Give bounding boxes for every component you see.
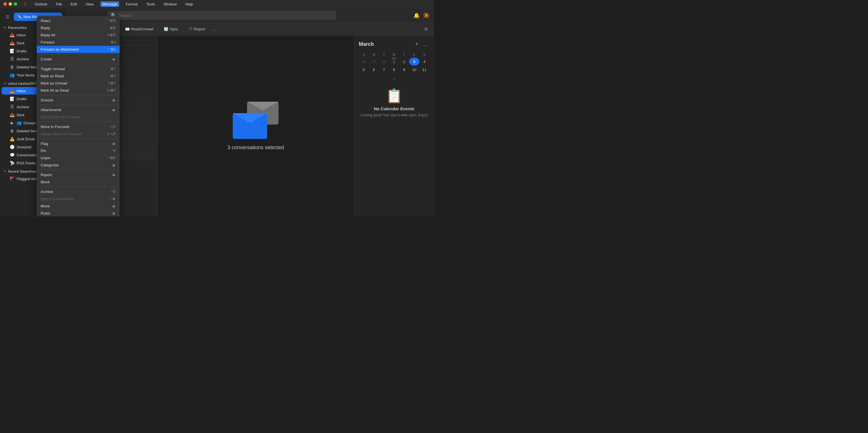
view-menu[interactable]: View: [84, 1, 95, 7]
menu-separator-5: [37, 122, 120, 122]
archive-fav-icon: 🗄: [10, 57, 14, 61]
menu-item-snooze-label: Snooze: [41, 98, 112, 102]
cal-day-28[interactable]: 28: [379, 58, 389, 66]
no-events-panel: 📋 No Calendar Events Looking good! Your …: [359, 88, 429, 118]
menu-item-create[interactable]: Create ▶: [37, 56, 120, 63]
menu-item-snooze[interactable]: Snooze ▶: [37, 96, 120, 104]
cal-day-11[interactable]: 11: [420, 66, 429, 73]
menu-item-flag[interactable]: Flag ▶: [37, 140, 120, 147]
menu-item-archive[interactable]: Archive ⌃E: [37, 188, 120, 195]
groups-folder-icon: 👥: [17, 121, 21, 125]
alert-icon[interactable]: 🔕: [423, 12, 429, 19]
close-button[interactable]: [3, 2, 7, 6]
calendar-expand-button[interactable]: ⌄: [359, 75, 429, 81]
menu-item-move-focused[interactable]: Move to Focused ⌥F: [37, 123, 120, 130]
top-bar-icons: 🔔 🔕: [413, 12, 429, 19]
cal-day-1[interactable]: Mar 1: [389, 58, 399, 66]
menu-item-reply-all[interactable]: Reply All ⇧⌘R: [37, 31, 120, 39]
minimize-button[interactable]: [8, 2, 12, 6]
menu-item-forward-attachment[interactable]: Forward as Attachment ⌃⌘J: [37, 46, 120, 53]
menu-item-react-shortcut: ⌃⌘R: [107, 19, 116, 23]
cal-day-10[interactable]: 10: [409, 66, 419, 73]
your-family-icon: 👥: [10, 73, 14, 77]
outlook-menu[interactable]: Outlook: [33, 1, 49, 7]
calendar-more-button[interactable]: ...: [421, 40, 429, 49]
sync-button[interactable]: 🔄 Sync: [161, 26, 181, 33]
menu-item-report[interactable]: Report ▶: [37, 171, 120, 178]
cal-day-9[interactable]: 9: [399, 66, 409, 73]
cal-day-3-today[interactable]: 3: [409, 58, 419, 66]
cal-day-5[interactable]: 5: [359, 66, 369, 73]
cal-day-6[interactable]: 6: [369, 66, 379, 73]
help-menu[interactable]: Help: [184, 1, 195, 7]
menu-item-report-label: Report: [41, 173, 112, 177]
menu-item-rules[interactable]: Rules ▶: [37, 210, 120, 216]
menu-item-pin[interactable]: Pin ⌃P: [37, 147, 120, 154]
calendar-panel: March + ... S M T W T F S: [354, 35, 434, 216]
archive-label: Archive: [17, 105, 29, 109]
cal-day-7[interactable]: 7: [379, 66, 389, 73]
menu-item-move[interactable]: Move ▶: [37, 203, 120, 210]
sidebar-toggle-button[interactable]: ☰: [3, 13, 11, 21]
more-button[interactable]: ...: [209, 26, 218, 33]
move-submenu-arrow: ▶: [113, 204, 116, 208]
message-menu[interactable]: Message: [100, 1, 119, 7]
menu-item-archive-label: Archive: [41, 190, 111, 194]
cal-day-4[interactable]: 4: [420, 58, 429, 66]
cal-day-26[interactable]: 26: [359, 58, 369, 66]
search-bar[interactable]: 🔍: [107, 11, 336, 20]
window-menu[interactable]: Window: [162, 1, 178, 7]
more-label: ...: [212, 27, 215, 31]
file-menu[interactable]: File: [54, 1, 64, 7]
menu-item-forward[interactable]: Forward ⌘J: [37, 39, 120, 46]
search-input[interactable]: [119, 13, 333, 18]
notepad-icon: 📋: [359, 88, 429, 104]
menu-item-forward-shortcut: ⌘J: [111, 40, 116, 44]
menu-item-forward-attachment-label: Forward as Attachment: [41, 47, 107, 52]
cal-day-2[interactable]: 2: [399, 58, 409, 66]
menu-separator-8: [37, 187, 120, 187]
menu-separator-3: [37, 95, 120, 95]
cal-header-mon: M: [369, 52, 379, 58]
menu-item-unpin[interactable]: Unpin ⌃⌘P: [37, 154, 120, 161]
cal-day-27[interactable]: 27: [369, 58, 379, 66]
edit-menu[interactable]: Edit: [69, 1, 79, 7]
cal-day-8[interactable]: 8: [389, 66, 399, 73]
read-unread-icon: ✉️: [125, 27, 130, 31]
menu-item-react[interactable]: React ⌃⌘R: [37, 17, 120, 24]
junk-label: Junk Email: [17, 137, 35, 141]
menu-item-mark-unread[interactable]: Mark as Unread ⇧⌘T: [37, 80, 120, 87]
notification-icon[interactable]: 🔔: [413, 12, 420, 19]
cal-header-wed: W: [389, 52, 399, 58]
layout-button[interactable]: ⊡: [422, 26, 431, 33]
calendar-add-button[interactable]: +: [413, 40, 421, 49]
menu-item-attachments[interactable]: Attachments ▶: [37, 106, 120, 114]
menu-item-reply[interactable]: Reply ⌘R: [37, 24, 120, 31]
drafts-fav-label: Drafts: [17, 49, 27, 53]
menu-item-mark-read[interactable]: Mark as Read ⌘T: [37, 72, 120, 80]
message-dropdown-menu[interactable]: React ⌃⌘R Reply ⌘R Reply All ⇧⌘R Forward…: [37, 16, 120, 216]
read-unread-button[interactable]: ✉️ Read/Unread: [122, 26, 156, 33]
selected-count-label: 3 conversations selected: [227, 145, 284, 151]
menu-item-toggle-unread[interactable]: Toggle Unread ⌘T: [37, 65, 120, 72]
rss-icon: 📡: [10, 161, 14, 165]
menu-item-forward-attachment-shortcut: ⌃⌘J: [107, 48, 116, 52]
tools-menu[interactable]: Tools: [145, 1, 157, 7]
report-icon: 🛡: [189, 27, 192, 31]
apple-menu[interactable]: : [23, 1, 28, 7]
inbox-label: Inbox: [17, 89, 26, 93]
menu-item-block-label: Block: [41, 180, 116, 184]
menu-item-mark-all-read[interactable]: Mark All as Read ⌥⌘T: [37, 87, 120, 94]
fullscreen-button[interactable]: [14, 2, 17, 6]
cal-header-tue: T: [379, 52, 389, 58]
format-menu[interactable]: Format: [124, 1, 140, 7]
inbox-fav-label: Inbox: [17, 33, 26, 37]
report-button[interactable]: 🛡 Report: [186, 26, 208, 33]
menu-item-categorise[interactable]: Categorise ▶: [37, 161, 120, 169]
sync-label: Sync: [170, 27, 178, 31]
menu-item-unpin-shortcut: ⌃⌘P: [107, 156, 116, 160]
sent-fav-icon: 📤: [10, 41, 14, 45]
groups-icon: ▶: [10, 121, 14, 125]
read-unread-label: Read/Unread: [131, 27, 153, 31]
menu-item-block[interactable]: Block: [37, 178, 120, 186]
